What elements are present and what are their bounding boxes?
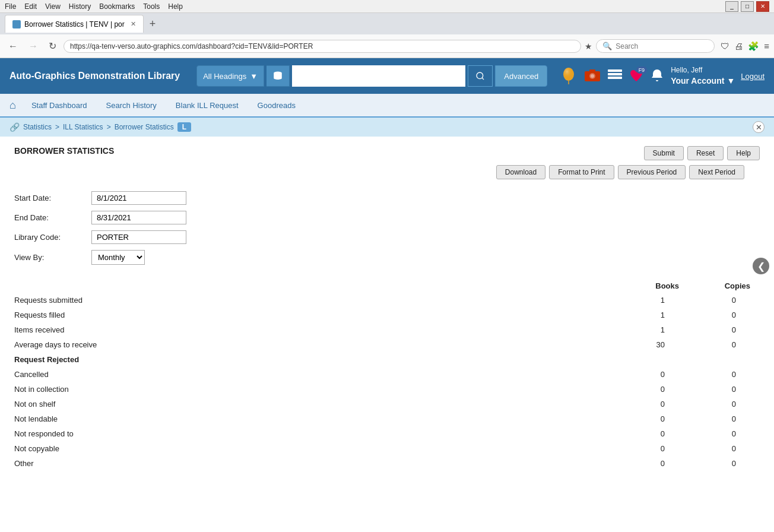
next-period-button[interactable]: Next Period xyxy=(689,165,744,179)
row-label-11: Other xyxy=(14,456,617,471)
library-code-row: Library Code: xyxy=(14,230,760,244)
row-copies-2: 0 xyxy=(689,322,760,337)
advanced-button[interactable]: Advanced xyxy=(495,65,547,87)
row-copies-3: 0 xyxy=(689,337,760,352)
top-action-buttons: Submit Reset Help xyxy=(644,146,760,160)
home-icon[interactable]: ⌂ xyxy=(9,99,22,112)
print-icon[interactable]: 🖨 xyxy=(734,41,743,51)
menu-help[interactable]: Help xyxy=(168,2,183,11)
bookmark-star-icon[interactable]: ★ xyxy=(585,42,592,51)
minimize-button[interactable]: _ xyxy=(725,1,738,12)
menu-icon[interactable]: ≡ xyxy=(764,41,769,51)
menu-bookmarks[interactable]: Bookmarks xyxy=(99,2,135,11)
reload-button[interactable]: ↻ xyxy=(45,39,60,53)
favorites-icon[interactable]: F9 xyxy=(629,69,643,84)
scroll-left-arrow[interactable]: ❮ xyxy=(753,258,769,274)
shield-icon: 🛡 xyxy=(721,41,729,51)
submit-button[interactable]: Submit xyxy=(644,146,684,160)
active-tab[interactable]: Borrower Statistics | TENV | por ✕ xyxy=(5,15,144,33)
nav-staff-dashboard[interactable]: Staff Dashboard xyxy=(22,95,97,116)
page-title: BORROWER STATISTICS xyxy=(14,146,114,156)
app-header: Auto-Graphics Demonstration Library All … xyxy=(0,58,774,94)
browser-search-box[interactable]: 🔍 xyxy=(596,39,715,53)
view-by-select[interactable]: Monthly Weekly Daily xyxy=(91,250,145,265)
reset-button[interactable]: Reset xyxy=(687,146,724,160)
end-date-input[interactable] xyxy=(91,211,186,224)
new-tab-button[interactable]: + xyxy=(146,18,160,30)
row-label-10: Not copyable xyxy=(14,441,617,456)
nav-blank-ill-request[interactable]: Blank ILL Request xyxy=(166,95,248,116)
row-books-0: 1 xyxy=(617,293,689,308)
heading-select-dropdown[interactable]: All Headings ▼ xyxy=(196,65,264,87)
back-button[interactable]: ← xyxy=(5,40,21,53)
start-date-label: Start Date: xyxy=(14,194,91,202)
menu-file[interactable]: File xyxy=(5,2,16,11)
end-date-row: End Date: xyxy=(14,211,760,224)
download-button[interactable]: Download xyxy=(496,165,545,179)
account-label: Your Account xyxy=(671,75,724,86)
row-books-7: 0 xyxy=(617,397,689,411)
breadcrumb-close-button[interactable]: ✕ xyxy=(753,121,765,133)
row-books-3: 30 xyxy=(617,337,689,352)
row-copies-10: 0 xyxy=(689,441,760,456)
format-to-print-button[interactable]: Format to Print xyxy=(549,165,614,179)
row-label-5: Cancelled xyxy=(14,367,617,382)
start-date-input[interactable] xyxy=(91,191,186,205)
camera-icon-container[interactable] xyxy=(584,68,601,84)
table-row: Items received10 xyxy=(14,322,760,337)
breadcrumb-borrower-statistics[interactable]: Borrower Statistics xyxy=(115,123,174,131)
nav-goodreads[interactable]: Goodreads xyxy=(248,95,305,116)
chevron-down-icon: ▼ xyxy=(727,75,735,86)
header-icons: F9 xyxy=(560,68,664,84)
database-icon[interactable] xyxy=(267,65,290,87)
row-copies-6: 0 xyxy=(689,382,760,397)
menu-view[interactable]: View xyxy=(45,2,61,11)
previous-period-button[interactable]: Previous Period xyxy=(618,165,686,179)
list-icon[interactable] xyxy=(608,69,622,84)
notification-bell-icon[interactable] xyxy=(651,68,664,84)
svg-line-2 xyxy=(482,78,484,80)
breadcrumb-statistics[interactable]: Statistics xyxy=(23,123,52,131)
menu-tools[interactable]: Tools xyxy=(143,2,160,11)
help-button[interactable]: Help xyxy=(727,146,760,160)
table-row: Not in collection00 xyxy=(14,382,760,397)
forward-button[interactable]: → xyxy=(25,40,42,53)
close-button[interactable]: ✕ xyxy=(756,1,769,12)
balloon-icon[interactable] xyxy=(560,68,577,84)
tab-close-icon[interactable]: ✕ xyxy=(131,20,136,28)
user-greeting: Hello, Jeff xyxy=(671,66,735,75)
browser-search-input[interactable] xyxy=(616,42,708,50)
menu-edit[interactable]: Edit xyxy=(24,2,37,11)
row-books-4 xyxy=(617,352,689,367)
row-label-1: Requests filled xyxy=(14,308,617,322)
view-by-label: View By: xyxy=(14,253,91,262)
col-header-copies: Copies xyxy=(689,279,760,293)
tab-title: Borrower Statistics | TENV | por xyxy=(24,20,125,28)
svg-point-4 xyxy=(563,68,574,81)
library-code-input[interactable] xyxy=(91,230,186,244)
breadcrumb-ill-statistics[interactable]: ILL Statistics xyxy=(63,123,103,131)
address-input[interactable] xyxy=(64,40,581,53)
window-controls: _ □ ✕ xyxy=(725,1,769,12)
col-header-label xyxy=(14,279,617,293)
favorites-badge: F9 xyxy=(636,66,648,74)
form-section: Start Date: End Date: Library Code: View… xyxy=(14,191,760,265)
menu-history[interactable]: History xyxy=(69,2,91,11)
row-books-5: 0 xyxy=(617,367,689,382)
browser-toolbar-icons: 🛡 🖨 🧩 ≡ xyxy=(721,41,769,52)
extensions-icon[interactable]: 🧩 xyxy=(748,41,759,52)
stats-table: Books Copies Requests submitted10Request… xyxy=(14,279,760,471)
table-row: Requests submitted10 xyxy=(14,293,760,308)
table-row: Requests filled10 xyxy=(14,308,760,322)
row-label-4: Request Rejected xyxy=(14,352,617,367)
tab-favicon xyxy=(12,20,21,28)
logout-button[interactable]: Logout xyxy=(741,72,765,81)
library-code-label: Library Code: xyxy=(14,233,91,242)
maximize-button[interactable]: □ xyxy=(741,1,754,12)
table-row: Other00 xyxy=(14,456,760,471)
search-button[interactable] xyxy=(468,65,493,87)
user-account-link[interactable]: Your Account ▼ xyxy=(671,75,735,86)
nav-search-history[interactable]: Search History xyxy=(97,95,166,116)
row-books-1: 1 xyxy=(617,308,689,322)
main-search-input[interactable] xyxy=(292,65,465,87)
